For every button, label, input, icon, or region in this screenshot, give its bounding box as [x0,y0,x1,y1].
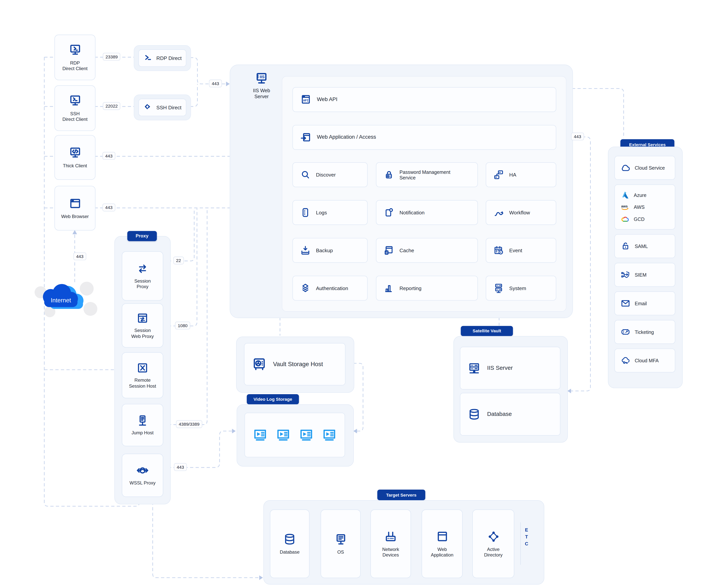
saml-lock-icon [620,241,631,251]
port-label-internet-443: 443 [74,252,86,260]
password-lock-icon [383,169,394,181]
rdp-client-monitor-icon [68,43,82,57]
ssh-client-monitor-icon [68,94,82,108]
feature-label: Workflow [509,210,530,215]
target-label: Active Directory [484,546,503,558]
provider-label: Azure [634,192,647,198]
node-satellite-iis-server: IIS Server [460,347,560,390]
row-web-application-access: Web Application / Access [292,125,556,150]
client-label: Thick Client [63,163,87,169]
window-transfer-icon [136,312,149,324]
proxy-item-label: Jump Host [131,430,154,436]
feature-label: Notification [400,210,425,215]
cache-icon [383,245,394,256]
feature-ha: HA [486,162,556,187]
node-saml: SAML [614,234,675,258]
feature-label: Event [509,247,523,253]
feature-cache: Cache [376,238,478,263]
external-item-label: SIEM [635,272,647,278]
feature-label: Authentication [316,285,348,291]
feature-authentication: Authentication [292,276,368,301]
node-ssh-direct: SSH Direct [138,99,186,116]
network-router-icon [384,529,397,543]
target-label: Web Application [431,546,453,558]
target-database: Database [270,509,309,578]
feature-label: System [509,285,526,291]
feature-label: Reporting [400,285,421,291]
feature-event: Event [486,238,556,263]
proxy-item-label: WSSL Proxy [129,480,156,486]
feature-backup: Backup [292,238,368,263]
cloud-icon [620,163,631,173]
vault-safe-icon [251,356,267,372]
node-jump-host: Jump Host [122,404,163,446]
browser-window-icon [68,197,82,211]
workflow-icon [493,207,504,218]
internet-label: Internet [51,297,71,304]
logs-icon [300,207,311,218]
satellite-item-label: Database [487,411,512,418]
external-item-label: Ticketing [635,329,654,335]
email-envelope-icon [620,298,631,309]
database-icon [283,532,297,546]
provider-label: GCD [634,216,645,222]
node-ssh-direct-client: SSH Direct Client [55,85,96,131]
backup-icon [300,245,311,256]
feature-label: Backup [316,247,333,253]
gateway-label: RDP Direct [157,55,182,61]
web-access-icon [300,131,312,143]
video-log-icon [322,427,337,442]
external-item-label: Cloud MFA [635,358,659,363]
feature-label: Discover [316,172,336,177]
proxy-item-label: Remote Session Host [129,378,156,389]
os-monitor-icon [334,532,347,546]
event-calendar-icon [493,245,504,256]
port-label-4389-3389: 4389/3389 [176,420,202,428]
port-label-thick-443: 443 [102,152,115,160]
gateway-label: SSH Direct [157,105,182,110]
system-servers-icon [493,282,504,294]
architecture-diagram: RDP Direct Client SSH Direct Client Thic… [0,0,714,588]
node-ssh-direct-wrap: SSH Direct [134,94,191,120]
node-web-browser: Web Browser [55,186,96,231]
node-satellite-database: Database [460,393,560,436]
active-directory-icon [486,529,500,543]
port-label-1080: 1080 [175,321,190,330]
target-network-devices: Network Devices [370,509,411,578]
node-siem: SIEM [614,263,675,287]
ssh-chevrons-icon [143,103,152,112]
iis-title: IIS Web Server [243,88,280,100]
satellite-item-label: IIS Server [487,365,513,372]
target-servers-title: Target Servers [377,490,425,500]
authentication-layers-icon [300,282,311,294]
terminal-prompt-icon [143,54,152,63]
proxy-item-label: Session Web Proxy [131,328,154,339]
node-rdp-direct-client: RDP Direct Client [55,35,96,80]
web-app-window-icon [435,529,449,543]
node-remote-session-host: Remote Session Host [122,352,163,398]
vault-label: Vault Storage Host [273,361,323,368]
target-web-application: Web Application [422,509,463,578]
feature-workflow: Workflow [486,200,556,225]
feature-password-management: Password Management Service [376,162,478,187]
node-ticketing: Ticketing [614,320,675,344]
client-label: SSH Direct Client [62,111,88,122]
node-session-web-proxy: Session Web Proxy [122,303,163,348]
iis-monitor-icon: IIS [254,71,269,86]
external-item-label: Cloud Service [635,165,665,171]
port-label-ssh: 22022 [103,102,121,110]
provider-gcd: GCD [620,214,675,224]
target-os: OS [321,509,361,578]
feature-label: HA [509,172,516,177]
video-log-storage-title: Video Log Storage [247,394,299,404]
node-cloud-providers: Azure aws AWS GCD [614,184,675,230]
client-label: Web Browser [61,214,89,219]
target-etc-label: ETC [524,527,529,563]
ticketing-icon [620,327,631,337]
node-cloud-mfa: Cloud MFA [614,349,675,373]
port-label-wssl-443: 443 [174,463,187,471]
jump-host-server-icon [136,414,149,427]
port-label-22: 22 [174,257,184,265]
target-label: OS [337,549,344,555]
video-log-icon [299,427,314,442]
